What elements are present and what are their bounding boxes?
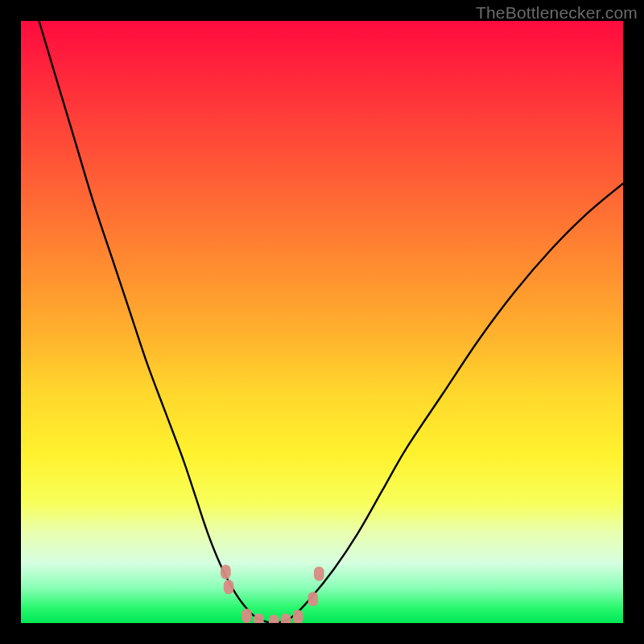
svg-rect-6 bbox=[293, 610, 303, 623]
data-marker bbox=[224, 580, 234, 594]
bottleneck-curve-svg bbox=[21, 21, 623, 623]
bottleneck-curve-path bbox=[39, 21, 623, 623]
svg-rect-5 bbox=[281, 613, 291, 623]
plot-area bbox=[21, 21, 623, 623]
data-marker bbox=[242, 609, 252, 623]
data-marker bbox=[308, 592, 318, 606]
data-marker bbox=[281, 613, 291, 623]
svg-rect-3 bbox=[254, 613, 264, 623]
watermark-text: TheBottlenecker.com bbox=[476, 3, 638, 23]
data-marker bbox=[314, 567, 324, 581]
data-marker bbox=[221, 564, 231, 579]
svg-rect-0 bbox=[221, 564, 231, 579]
svg-rect-2 bbox=[242, 609, 252, 623]
svg-rect-4 bbox=[269, 615, 279, 624]
data-marker bbox=[254, 613, 264, 623]
svg-rect-7 bbox=[308, 592, 318, 606]
chart-frame: TheBottlenecker.com bbox=[0, 0, 644, 644]
data-marker bbox=[293, 610, 303, 623]
svg-rect-1 bbox=[224, 580, 234, 594]
svg-rect-8 bbox=[314, 567, 324, 581]
data-marker bbox=[269, 615, 279, 624]
